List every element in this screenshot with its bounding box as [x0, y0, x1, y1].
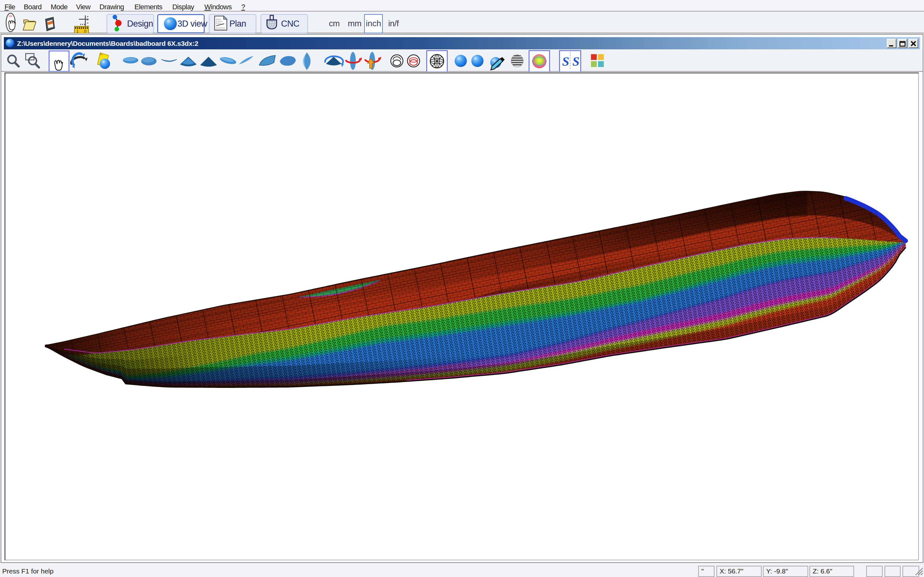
svg-text:S: S: [562, 54, 569, 69]
svg-text:S: S: [572, 54, 580, 69]
svg-text:0: 0: [84, 29, 86, 33]
svg-text:1: 1: [76, 29, 79, 33]
